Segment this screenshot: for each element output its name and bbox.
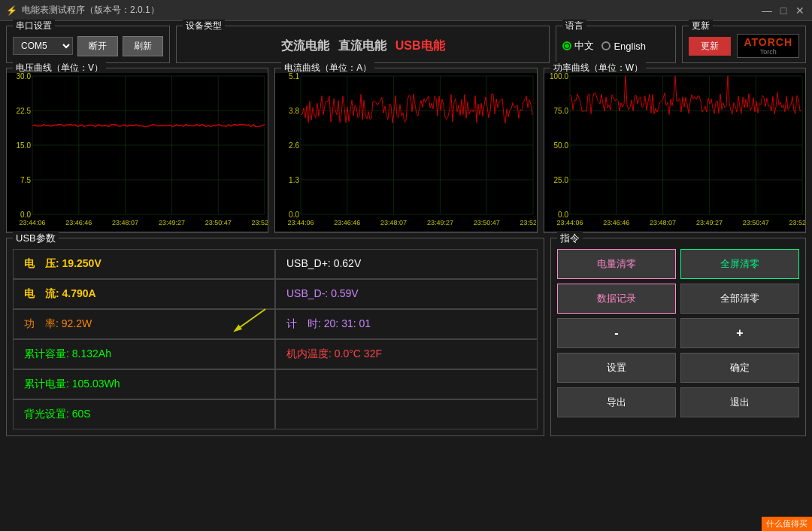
cmd-exit[interactable]: 退出 [680, 387, 799, 417]
app-icon: ⚡ [6, 5, 17, 16]
maximize-button[interactable]: □ [777, 5, 789, 17]
backlight-label: 背光设置: [24, 408, 69, 420]
temp-label: 机内温度: [286, 347, 332, 360]
power-label: 功 率: [24, 317, 59, 329]
titlebar-title-area: ⚡ 电能表测试程序（版本号：2.0.1） [6, 4, 159, 17]
cmd-plus[interactable]: + [680, 318, 799, 348]
disconnect-button[interactable]: 断开 [77, 36, 118, 56]
device-type-dc[interactable]: 直流电能 [338, 38, 386, 54]
power-value: 92.2W [62, 317, 92, 329]
power-canvas [544, 73, 805, 231]
empty-cell-2 [275, 399, 538, 429]
capacity-cell: 累计容量: 8.132Ah [13, 339, 275, 369]
close-button[interactable]: ✕ [794, 5, 806, 17]
device-type-usb[interactable]: USB电能 [395, 38, 445, 54]
commands-grid: 电量清零 全屏清零 数据记录 全部清零 - + 设置 确定 导出 退出 [557, 249, 799, 417]
update-button[interactable]: 更新 [689, 37, 731, 56]
refresh-button[interactable]: 刷新 [123, 36, 163, 56]
current-cell: 电 流: 4.790A [13, 279, 275, 309]
power-cell: 功 率: 92.2W [13, 309, 275, 339]
com-port-select[interactable]: COM5 [13, 37, 73, 55]
backlight-value: 60S [72, 408, 91, 420]
energy-cell: 累计电量: 105.03Wh [13, 369, 275, 399]
commands-panel-label: 指令 [557, 232, 583, 245]
current-canvas [275, 73, 536, 231]
device-panel-label: 设备类型 [183, 20, 225, 32]
temp-value: 0.0°C 32F [335, 347, 382, 360]
app-title: 电能表测试程序（版本号：2.0.1） [22, 4, 159, 17]
minimize-button[interactable]: — [761, 5, 773, 17]
energy-label: 累计电量: [24, 378, 69, 390]
current-chart-panel: 电流曲线（单位：A） [274, 68, 537, 233]
serial-port-panel: 串口设置 COM5 断开 刷新 [6, 26, 170, 63]
cmd-settings[interactable]: 设置 [557, 353, 676, 383]
bottom-row: USB参数 电 压: 19.250V USB_D+: 0.62V 电 流: 4.… [6, 238, 806, 436]
radio-english [601, 41, 611, 50]
language-chinese[interactable]: 中文 [562, 39, 594, 53]
language-panel: 语言 中文 English [556, 26, 676, 63]
usb-params-panel: USB参数 电 压: 19.250V USB_D+: 0.62V 电 流: 4.… [6, 238, 544, 436]
usbdp-cell: USB_D+: 0.62V [275, 249, 538, 279]
usb-panel-label: USB参数 [13, 232, 59, 245]
energy-value: 105.03Wh [72, 378, 120, 390]
power-chart-panel: 功率曲线（单位：W） [544, 68, 806, 233]
temp-cell: 机内温度: 0.0°C 32F [275, 339, 538, 369]
charts-row: 电压曲线（单位：V） 电流曲线（单位：A） 功率曲线（单位：W） [6, 68, 806, 233]
voltage-cell: 电 压: 19.250V [13, 249, 275, 279]
commands-panel: 指令 电量清零 全屏清零 数据记录 全部清零 - + 设置 确定 导出 退出 [550, 238, 806, 436]
current-label: 电 流: [24, 287, 59, 299]
svg-line-1 [237, 309, 265, 329]
voltage-chart-panel: 电压曲线（单位：V） [6, 68, 268, 233]
backlight-cell: 背光设置: 60S [13, 399, 275, 429]
cmd-clear-all[interactable]: 全部清零 [680, 284, 799, 314]
current-value: 4.790A [62, 287, 96, 299]
atorch-sub: Torch [760, 48, 777, 56]
main-content: 串口设置 COM5 断开 刷新 设备类型 交流电能 直流电能 USB电能 语言 … [0, 21, 812, 441]
current-chart-inner [275, 73, 536, 231]
timer-cell: 计 时: 20: 31: 01 [275, 309, 538, 339]
timer-value: 20: 31: 01 [324, 317, 371, 329]
top-controls-row: 串口设置 COM5 断开 刷新 设备类型 交流电能 直流电能 USB电能 语言 … [6, 26, 806, 63]
voltage-label: 电 压: [24, 257, 59, 269]
language-panel-label: 语言 [562, 20, 586, 32]
voltage-canvas [7, 73, 268, 231]
usbdm-label: USB_D-: [286, 287, 328, 299]
cmd-clear-charge[interactable]: 电量清零 [557, 249, 676, 279]
atorch-logo: ATORCH [744, 36, 792, 48]
radio-chinese [562, 41, 571, 50]
cmd-confirm[interactable]: 确定 [680, 353, 799, 383]
capacity-label: 累计容量: [24, 347, 69, 360]
cmd-export[interactable]: 导出 [557, 387, 676, 417]
cmd-fullscreen-clear[interactable]: 全屏清零 [680, 249, 799, 279]
arrow-annotation [229, 305, 267, 335]
usbdm-value: 0.59V [331, 287, 359, 299]
device-type-panel: 设备类型 交流电能 直流电能 USB电能 [176, 26, 550, 63]
timer-label: 计 时: [286, 317, 321, 329]
watermark: 什么值得买 [762, 517, 812, 531]
serial-panel-label: 串口设置 [13, 20, 55, 32]
titlebar: ⚡ 电能表测试程序（版本号：2.0.1） — □ ✕ [0, 0, 812, 21]
usbdp-label: USB_D+: [286, 257, 331, 269]
language-english[interactable]: English [601, 41, 646, 52]
empty-cell-1 [275, 369, 538, 399]
voltage-chart-inner [7, 73, 268, 231]
cmd-data-record[interactable]: 数据记录 [557, 284, 676, 314]
update-panel: 更新 更新 ATORCH Torch [682, 26, 806, 63]
label-english: English [614, 41, 646, 52]
update-panel-label: 更新 [689, 20, 713, 32]
usbdm-cell: USB_D-: 0.59V [275, 279, 538, 309]
voltage-value: 19.250V [62, 257, 102, 269]
device-type-ac[interactable]: 交流电能 [281, 38, 329, 54]
power-chart-inner [544, 73, 805, 231]
cmd-minus[interactable]: - [557, 318, 676, 348]
label-chinese: 中文 [574, 39, 594, 53]
capacity-value: 8.132Ah [72, 347, 111, 360]
usbdp-value: 0.62V [334, 257, 362, 269]
usb-params-grid: 电 压: 19.250V USB_D+: 0.62V 电 流: 4.790A U… [13, 249, 538, 429]
titlebar-controls: — □ ✕ [761, 5, 806, 17]
